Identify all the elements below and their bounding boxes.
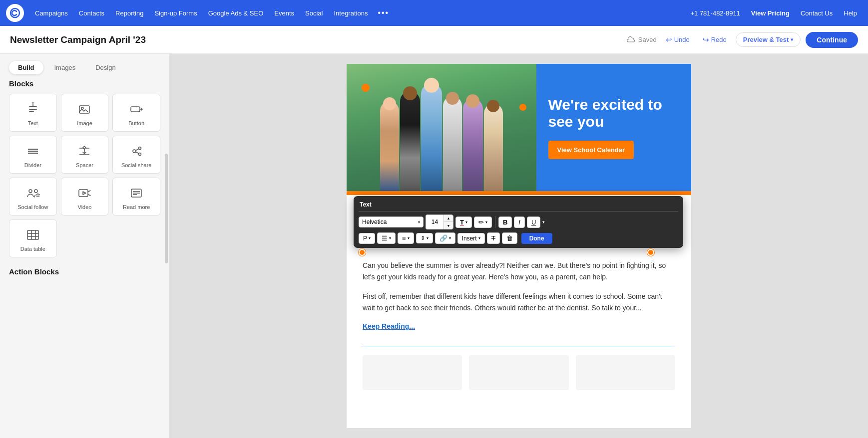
svg-line-23	[88, 195, 90, 196]
list-select[interactable]: ≡ ▾	[398, 232, 414, 244]
keep-reading-link[interactable]: Keep Reading...	[363, 322, 415, 330]
spacing-select[interactable]: ⇕ ▾	[416, 233, 433, 243]
chevron-down-icon: ▾	[449, 236, 451, 240]
tab-images[interactable]: Images	[45, 61, 85, 74]
font-size-down[interactable]: ▼	[444, 222, 453, 229]
email-body-para-1: Can you believe the summer is over alrea…	[363, 260, 675, 283]
chevron-down-icon: ▾	[389, 236, 391, 240]
paragraph-select[interactable]: P ▾	[359, 233, 375, 244]
svg-line-22	[88, 191, 90, 192]
font-size-up[interactable]: ▲	[444, 215, 453, 222]
text-block[interactable]: Text Helvetica ▾ ▲ ▼	[347, 195, 691, 402]
nav-events[interactable]: Events	[269, 6, 299, 20]
block-button-label: Button	[128, 120, 144, 126]
nav-contacts[interactable]: Contacts	[74, 6, 109, 20]
block-button[interactable]: Button	[112, 94, 160, 132]
hero-title: We're excited to see you	[548, 96, 680, 131]
preview-test-button[interactable]: Preview & Test ▾	[736, 32, 801, 47]
nav-campaigns[interactable]: Campaigns	[30, 6, 73, 20]
chevron-down-icon: ▾	[369, 236, 371, 240]
orange-dot-2	[519, 104, 526, 111]
video-block-icon	[77, 186, 91, 200]
undo-icon: ↩	[666, 35, 672, 44]
tab-design[interactable]: Design	[86, 61, 124, 74]
block-spacer[interactable]: Spacer	[61, 136, 109, 174]
block-video[interactable]: Video	[61, 178, 109, 216]
block-data-table-label: Data table	[20, 246, 45, 252]
link-select[interactable]: 🔗 ▾	[435, 232, 455, 244]
svg-text:T: T	[31, 102, 34, 107]
text-color-btn[interactable]: T ▾	[455, 217, 472, 228]
nav-reporting[interactable]: Reporting	[110, 6, 148, 20]
clear-formatting-button[interactable]: T̶	[487, 232, 500, 244]
undo-button[interactable]: ↩ Undo	[662, 33, 694, 46]
toolbar-row-1: Helvetica ▾ ▲ ▼ T ▾	[359, 215, 678, 229]
svg-point-13	[133, 150, 136, 153]
tab-build[interactable]: Build	[9, 61, 43, 74]
nav-view-pricing[interactable]: View Pricing	[746, 6, 795, 20]
selection-handle-right	[647, 249, 654, 256]
saved-indicator: Saved	[627, 36, 657, 43]
hero-cta-button[interactable]: View School Calendar	[548, 141, 634, 159]
block-social-follow[interactable]: Social follow	[9, 178, 57, 216]
italic-button[interactable]: I	[514, 217, 525, 228]
svg-rect-7	[131, 107, 140, 112]
block-read-more[interactable]: Read more	[112, 178, 160, 216]
continue-button[interactable]: Continue	[806, 32, 858, 48]
bottom-card-1	[363, 355, 462, 390]
block-social-follow-label: Social follow	[17, 204, 48, 210]
nav-social[interactable]: Social	[300, 6, 328, 20]
left-sidebar: Build Images Design Blocks T Text	[0, 54, 170, 438]
pen-tool-btn[interactable]: ✏ ▾	[474, 217, 492, 228]
block-divider[interactable]: Divider	[9, 136, 57, 174]
selection-handle-left	[359, 249, 366, 256]
svg-marker-21	[83, 192, 86, 195]
svg-rect-20	[79, 190, 88, 197]
font-family-select[interactable]: Helvetica ▾	[359, 217, 424, 227]
font-size-input[interactable]	[426, 215, 443, 229]
hero-image	[347, 64, 536, 191]
logo[interactable]	[6, 4, 24, 22]
chevron-down-icon: ▾	[418, 220, 420, 224]
blocks-title: Blocks	[9, 79, 160, 88]
nav-google-ads-seo[interactable]: Google Ads & SEO	[203, 6, 269, 20]
block-social-share-label: Social share	[121, 162, 152, 168]
chevron-down-icon: ▾	[427, 236, 429, 240]
block-divider-label: Divider	[24, 162, 41, 168]
orange-dot-1	[362, 84, 370, 92]
align-select[interactable]: ☰ ▾	[377, 232, 396, 244]
svg-rect-3	[29, 111, 34, 112]
insert-select[interactable]: Insert ▾	[457, 233, 485, 244]
bottom-card-3	[576, 355, 675, 390]
right-content: We're excited to see you View School Cal…	[170, 54, 868, 438]
bold-button[interactable]: B	[498, 217, 512, 228]
nav-help[interactable]: Help	[839, 6, 862, 20]
nav-contact-us[interactable]: Contact Us	[796, 6, 838, 20]
underline-button[interactable]: U	[527, 217, 540, 228]
email-canvas: We're excited to see you View School Cal…	[347, 64, 691, 428]
redo-button[interactable]: ↪ Redo	[699, 33, 731, 46]
block-social-share[interactable]: Social share	[112, 136, 160, 174]
chevron-down-icon: ▾	[408, 236, 410, 240]
action-blocks-title: Action Blocks	[9, 267, 160, 276]
nav-more-icon[interactable]: •••	[374, 5, 393, 20]
bottom-card-2	[469, 355, 568, 390]
block-read-more-label: Read more	[123, 204, 150, 210]
delete-block-button[interactable]: 🗑	[502, 232, 517, 244]
bottom-cards-row	[347, 355, 691, 402]
redo-icon: ↪	[703, 35, 709, 44]
done-button[interactable]: Done	[521, 233, 552, 244]
blocks-grid-extra: Data table	[9, 219, 160, 257]
nav-signup-forms[interactable]: Sign-up Forms	[149, 6, 202, 20]
email-body-text[interactable]: Can you believe the summer is over alrea…	[347, 250, 691, 339]
block-image[interactable]: Image	[61, 94, 109, 132]
block-text[interactable]: T Text	[9, 94, 57, 132]
sidebar-scrollbar[interactable]	[165, 154, 168, 263]
top-navigation: Campaigns Contacts Reporting Sign-up For…	[0, 0, 868, 26]
nav-integrations[interactable]: Integrations	[329, 6, 373, 20]
spacer-block-icon	[77, 144, 91, 158]
block-image-label: Image	[77, 120, 92, 126]
svg-point-14	[139, 147, 141, 150]
block-data-table[interactable]: Data table	[9, 219, 57, 257]
block-text-label: Text	[28, 120, 38, 126]
